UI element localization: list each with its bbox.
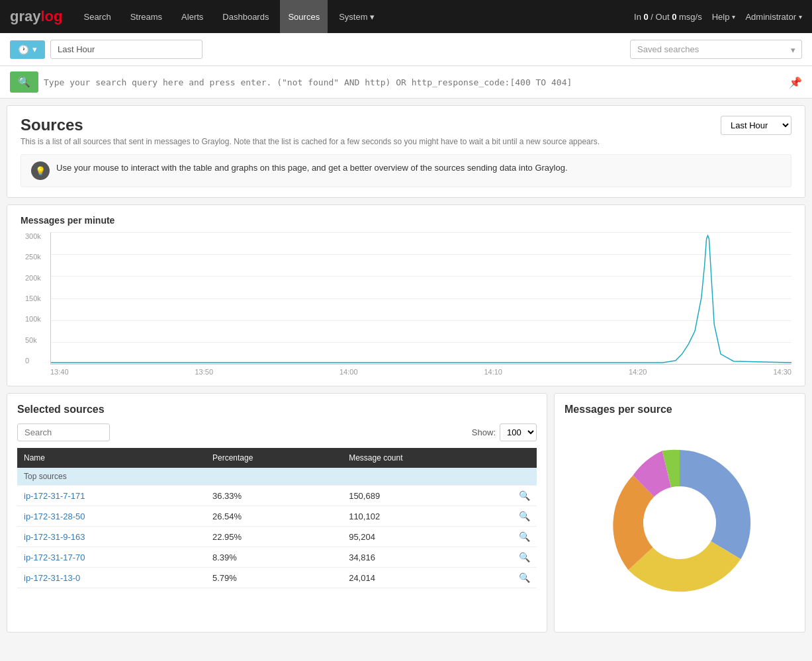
zoom-cell: 🔍	[512, 486, 537, 506]
pie-title: Messages per source	[564, 404, 795, 416]
table-header-row: Name Percentage Message count	[17, 448, 537, 468]
sources-subtitle: This is a list of all sources that sent …	[21, 137, 600, 146]
source-link[interactable]: ip-172-31-17-70	[24, 552, 85, 562]
navbar: graylog Search Streams Alerts Dashboards…	[0, 0, 812, 33]
source-link[interactable]: ip-172-31-13-0	[24, 573, 80, 583]
table-controls: Show: 100 50 25 10	[17, 423, 537, 441]
table-row: ip-172-31-28-50 26.54% 110,102 🔍	[17, 506, 537, 527]
col-action	[512, 448, 537, 468]
search-button[interactable]: 🔍	[10, 71, 38, 93]
pin-icon[interactable]: 📌	[789, 76, 802, 89]
source-link[interactable]: ip-172-31-7-171	[24, 491, 85, 501]
percentage-cell: 22.95%	[206, 527, 342, 547]
zoom-cell: 🔍	[512, 568, 537, 588]
sources-section: Sources This is a list of all sources th…	[7, 105, 805, 198]
search-bar-row1: 🕐 ▾ Saved searches ▾	[0, 33, 812, 66]
nav-streams[interactable]: Streams	[122, 0, 170, 33]
percentage-cell: 26.54%	[206, 506, 342, 527]
sources-title: Sources	[21, 116, 600, 134]
zoom-cell: 🔍	[512, 547, 537, 568]
sources-table-section: Selected sources Show: 100 50 25 10 Name…	[7, 393, 547, 633]
source-link[interactable]: ip-172-31-28-50	[24, 511, 85, 521]
show-select[interactable]: 100 50 25 10	[500, 423, 537, 441]
group-label: Top sources	[17, 468, 537, 486]
saved-searches-wrapper: Saved searches ▾	[630, 40, 802, 59]
pie-section: Messages per source	[554, 393, 805, 633]
zoom-cell: 🔍	[512, 506, 537, 527]
x-axis-labels: 13:40 13:50 14:00 14:10 14:20 14:30	[50, 368, 791, 376]
nav-alerts[interactable]: Alerts	[173, 0, 211, 33]
group-row: Top sources	[17, 468, 537, 486]
nav-dashboards[interactable]: Dashboards	[214, 0, 277, 33]
time-range-input[interactable]	[50, 40, 203, 59]
clock-icon: 🕐	[18, 44, 29, 55]
show-label: Show:	[472, 427, 496, 437]
tip-icon: 💡	[31, 161, 50, 180]
help-caret: ▾	[732, 13, 735, 21]
sources-search-input[interactable]	[17, 423, 110, 441]
zoom-icon[interactable]: 🔍	[519, 511, 530, 521]
sources-time-select[interactable]: Last Hour Last Day Last Week Last Month …	[721, 116, 791, 135]
col-percentage: Percentage	[206, 448, 342, 468]
bottom-section: Selected sources Show: 100 50 25 10 Name…	[7, 393, 805, 633]
nav-sources[interactable]: Sources	[280, 0, 328, 33]
pie-chart-svg	[587, 430, 772, 615]
percentage-cell: 8.39%	[206, 547, 342, 568]
zoom-icon[interactable]: 🔍	[519, 552, 530, 562]
tip-box: 💡 Use your mouse to interact with the ta…	[21, 154, 791, 187]
percentage-cell: 5.79%	[206, 568, 342, 588]
chart-title: Messages per minute	[21, 215, 791, 226]
nav-right: In 0 / Out 0 msg/s Help ▾ Administrator …	[634, 12, 802, 22]
table-row: ip-172-31-17-70 8.39% 34,816 🔍	[17, 547, 537, 568]
sources-info: Sources This is a list of all sources th…	[21, 116, 600, 146]
y-axis-labels: 300k 250k 200k 150k 100k 50k 0	[25, 232, 41, 365]
search-bar-row2: 🔍 📌	[0, 66, 812, 99]
source-name-cell: ip-172-31-28-50	[17, 506, 206, 527]
col-count: Message count	[342, 448, 512, 468]
source-name-cell: ip-172-31-17-70	[17, 547, 206, 568]
zoom-icon[interactable]: 🔍	[519, 531, 530, 542]
count-cell: 34,816	[342, 547, 512, 568]
saved-searches-select[interactable]: Saved searches	[630, 40, 802, 59]
logo-gray: gray	[10, 8, 40, 25]
source-link[interactable]: ip-172-31-9-163	[24, 532, 85, 542]
zoom-icon[interactable]: 🔍	[519, 490, 530, 501]
source-name-cell: ip-172-31-13-0	[17, 568, 206, 588]
chart-svg	[51, 232, 791, 364]
sources-table: Name Percentage Message count Top source…	[17, 448, 537, 588]
nav-system[interactable]: System ▾	[331, 0, 383, 33]
pie-donut-hole	[643, 486, 716, 559]
nav-search[interactable]: Search	[75, 0, 118, 33]
brand: graylog	[10, 8, 62, 25]
percentage-cell: 36.33%	[206, 486, 342, 506]
table-row: ip-172-31-13-0 5.79% 24,014 🔍	[17, 568, 537, 588]
count-cell: 110,102	[342, 506, 512, 527]
zoom-icon[interactable]: 🔍	[519, 572, 530, 583]
tip-text: Use your mouse to interact with the tabl…	[56, 161, 568, 175]
source-name-cell: ip-172-31-9-163	[17, 527, 206, 547]
admin-menu[interactable]: Administrator ▾	[745, 12, 802, 22]
search-icon: 🔍	[18, 76, 30, 87]
count-cell: 150,689	[342, 486, 512, 506]
message-stats: In 0 / Out 0 msg/s	[634, 12, 702, 22]
count-cell: 95,204	[342, 527, 512, 547]
search-query-input[interactable]	[44, 77, 784, 87]
col-name: Name	[17, 448, 206, 468]
admin-caret: ▾	[799, 13, 802, 21]
logo-log: log	[40, 8, 62, 25]
source-name-cell: ip-172-31-7-171	[17, 486, 206, 506]
time-range-button[interactable]: 🕐 ▾	[10, 40, 45, 59]
table-row: ip-172-31-7-171 36.33% 150,689 🔍	[17, 486, 537, 506]
pie-wrapper	[564, 423, 795, 622]
chart-section: Messages per minute 300k 250k 200k 150k …	[7, 204, 805, 386]
zoom-cell: 🔍	[512, 527, 537, 547]
help-menu[interactable]: Help ▾	[712, 12, 736, 22]
chart-area	[50, 232, 791, 365]
count-cell: 24,014	[342, 568, 512, 588]
time-range-caret: ▾	[32, 44, 37, 54]
selected-sources-title: Selected sources	[17, 404, 537, 416]
table-row: ip-172-31-9-163 22.95% 95,204 🔍	[17, 527, 537, 547]
sources-header: Sources This is a list of all sources th…	[21, 116, 791, 146]
show-control: Show: 100 50 25 10	[472, 423, 537, 441]
